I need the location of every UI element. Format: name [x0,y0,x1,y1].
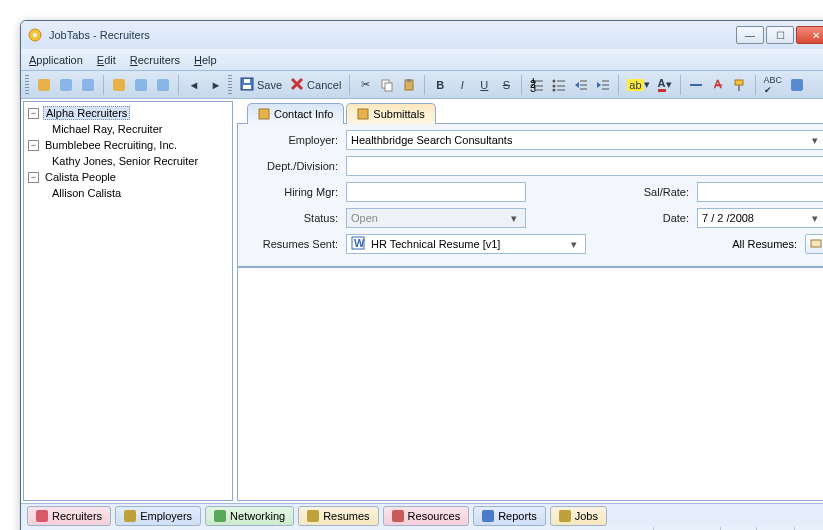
salrate-input[interactable] [697,182,823,202]
save-button[interactable]: Save [237,74,285,96]
list-num-icon[interactable]: 123 [527,74,547,96]
copy-icon[interactable] [377,74,397,96]
menubar: Application Edit Recruiters Help [21,49,823,71]
date-label: Date: [629,212,689,224]
minimize-button[interactable]: — [736,26,764,44]
word-doc-icon: W [351,236,365,252]
toolbar-icon-6[interactable] [153,74,173,96]
indent-icon[interactable] [593,74,613,96]
tree-node[interactable]: − Alpha Recruiters [24,105,232,121]
toolbar-icon-5[interactable] [131,74,151,96]
app-icon [27,27,43,43]
bottom-tab-jobs[interactable]: Jobs [550,506,607,526]
nav-fwd-icon[interactable]: ► [206,74,226,96]
svg-rect-8 [385,83,392,91]
menu-help[interactable]: Help [194,54,217,66]
tab-submittals[interactable]: Submittals [346,103,435,124]
svg-rect-10 [407,79,411,82]
maximize-button[interactable]: ☐ [766,26,794,44]
outdent-icon[interactable] [571,74,591,96]
close-button[interactable]: ✕ [796,26,823,44]
collapse-icon[interactable]: − [28,140,39,151]
toolbar: ◄ ► Save Cancel ✂ B I U S 123 ab▾ A▾ A̶ [21,71,823,99]
cut-icon[interactable]: ✂ [355,74,375,96]
chevron-down-icon: ▾ [808,212,822,225]
recruiters-icon [36,510,48,522]
contact-icon [258,108,270,120]
remove-format-icon[interactable]: A̶ [708,74,728,96]
cancel-icon [290,77,304,93]
tree-label[interactable]: Alpha Recruiters [43,106,130,120]
employer-label: Employer: [248,134,338,146]
resumes-select[interactable]: W HR Technical Resume [v1] ▾ [346,234,586,254]
bottom-tab-recruiters[interactable]: Recruiters [27,506,111,526]
italic-icon[interactable]: I [452,74,472,96]
nav-back-icon[interactable]: ◄ [184,74,204,96]
list-bullet-icon[interactable] [549,74,569,96]
jobs-icon [559,510,571,522]
tree-child[interactable]: Michael Ray, Recruiter [24,121,232,137]
bottom-tab-employers[interactable]: Employers [115,506,201,526]
date-picker[interactable]: 7 / 2 /2008 ▾ [697,208,823,228]
toolbar-icon-1[interactable] [34,74,54,96]
app-window: JobTabs - Recruiters — ☐ ✕ Application E… [20,20,823,530]
bottom-tab-resumes[interactable]: Resumes [298,506,378,526]
tree-node[interactable]: − Bumblebee Recruiting, Inc. [24,137,232,153]
collapse-icon[interactable]: − [28,108,39,119]
svg-marker-23 [575,82,579,88]
reports-icon [482,510,494,522]
employer-select[interactable]: Healthbridge Search Consultants ▾ [346,130,823,150]
menu-recruiters[interactable]: Recruiters [130,54,180,66]
bottom-tab-networking[interactable]: Networking [205,506,294,526]
menu-edit[interactable]: Edit [97,54,116,66]
resumes-label: Resumes Sent: [248,238,338,250]
tree-child[interactable]: Allison Calista [24,185,232,201]
tree-node[interactable]: − Calista People [24,169,232,185]
toolbar-grip-2 [228,75,232,95]
svg-rect-34 [259,109,269,119]
status-select[interactable]: Open ▾ [346,208,526,228]
main-panel: Contact Info Submittals Employer: Health… [235,99,823,503]
networking-icon [214,510,226,522]
font-color-icon[interactable]: A▾ [655,74,675,96]
menu-application[interactable]: Application [29,54,83,66]
format-paint-icon[interactable] [730,74,750,96]
svg-point-19 [553,84,556,87]
hr-icon[interactable] [686,74,706,96]
svg-point-1 [33,33,37,37]
cancel-button[interactable]: Cancel [287,74,344,96]
svg-point-21 [553,88,556,91]
notes-textarea[interactable] [237,267,823,501]
save-icon [240,77,254,93]
salrate-label: Sal/Rate: [629,186,689,198]
hiring-label: Hiring Mgr: [248,186,338,198]
toolbar-icon-2[interactable] [56,74,76,96]
dept-input[interactable] [346,156,823,176]
toolbar-icon-3[interactable] [78,74,98,96]
toolbar-icon-4[interactable] [109,74,129,96]
svg-text:W: W [354,237,365,249]
tab-contact-info[interactable]: Contact Info [247,103,344,124]
bottom-tab-reports[interactable]: Reports [473,506,546,526]
toolbar-grip [25,75,29,95]
underline-icon[interactable]: U [474,74,494,96]
tree-child[interactable]: Kathy Jones, Senior Recruiter [24,153,232,169]
svg-rect-3 [243,85,251,89]
titlebar: JobTabs - Recruiters — ☐ ✕ [21,21,823,49]
bold-icon[interactable]: B [430,74,450,96]
spellcheck-icon[interactable]: ABC✔ [761,74,786,96]
hiring-input[interactable] [346,182,526,202]
folder-icon [810,237,822,251]
highlight-icon[interactable]: ab▾ [624,74,652,96]
recruiters-tree[interactable]: − Alpha Recruiters Michael Ray, Recruite… [23,101,233,501]
collapse-icon[interactable]: − [28,172,39,183]
paste-icon[interactable] [399,74,419,96]
glyph-icon[interactable] [787,74,807,96]
bottom-tab-resources[interactable]: Resources [383,506,470,526]
all-resumes-button[interactable] [805,234,823,254]
form-tabs: Contact Info Submittals [237,101,823,123]
bottom-tab-bar: Recruiters Employers Networking Resumes … [21,503,823,527]
strike-icon[interactable]: S [496,74,516,96]
employers-icon [124,510,136,522]
svg-point-17 [553,79,556,82]
